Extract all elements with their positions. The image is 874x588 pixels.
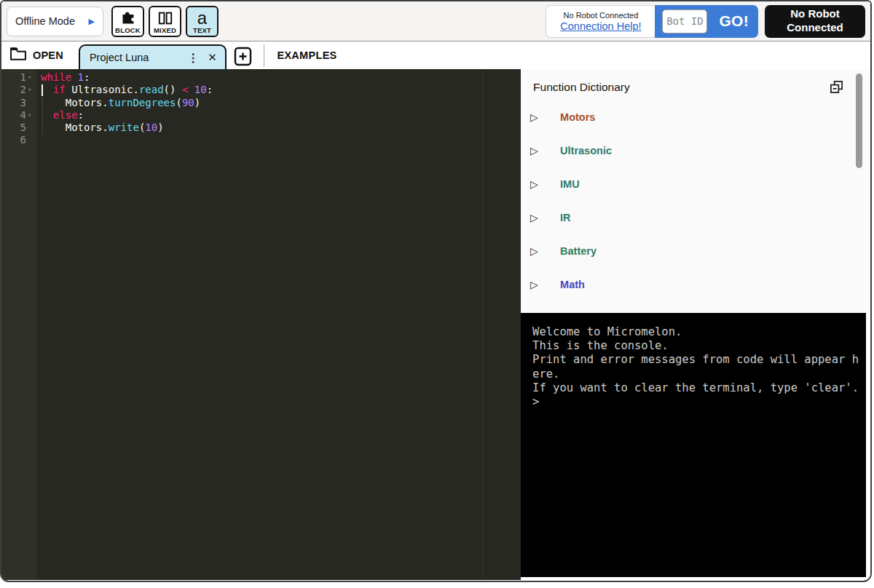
dict-item-label: Math <box>560 279 585 290</box>
top-toolbar: Offline Mode ▶ BLOCK MIXED a TEXT No Rob… <box>1 1 870 41</box>
block-mode-button[interactable]: BLOCK <box>111 6 144 37</box>
connection-help-link[interactable]: Connection Help! <box>560 20 641 32</box>
fold-arrow-icon[interactable]: ▾ <box>26 109 36 122</box>
text-cursor <box>42 84 43 96</box>
go-button[interactable]: GO! <box>719 12 749 30</box>
robot-status-badge: No Robot Connected <box>765 5 865 38</box>
editor-gutter[interactable]: 1▾2▾34▾56 <box>1 69 36 580</box>
project-tab[interactable]: Project Luna ⋮ ✕ <box>79 44 227 69</box>
expand-triangle-icon[interactable]: ▷ <box>530 111 560 123</box>
dict-item-label: Motors <box>560 111 595 123</box>
code-line[interactable] <box>41 134 521 146</box>
gutter-line[interactable]: 6 <box>1 134 36 146</box>
tab-menu-icon[interactable]: ⋮ <box>182 51 204 65</box>
main-content: 1▾2▾34▾56 while 1: if Ultrasonic.read() … <box>1 69 870 580</box>
gutter-line[interactable]: 1▾ <box>1 71 36 84</box>
code-editor[interactable]: 1▾2▾34▾56 while 1: if Ultrasonic.read() … <box>1 69 521 580</box>
expand-triangle-icon[interactable]: ▷ <box>530 212 560 223</box>
console-line: Print and error messages from code will … <box>532 353 859 367</box>
dict-item-battery[interactable]: ▷Battery <box>521 234 870 268</box>
connection-status-text: No Robot Connected <box>564 11 639 20</box>
dict-item-label: Ultrasonic <box>560 145 612 156</box>
project-tab-title: Project Luna <box>90 52 182 63</box>
dict-item-label: IR <box>560 212 571 223</box>
function-dictionary-title: Function Dictionary <box>533 81 630 94</box>
code-line[interactable]: if Ultrasonic.read() < 10: <box>41 84 521 96</box>
dict-item-label: Robot <box>560 312 591 313</box>
console-terminal[interactable]: Welcome to Micromelon.This is the consol… <box>521 313 866 577</box>
bot-id-input[interactable] <box>662 9 707 33</box>
gutter-line[interactable]: 2▾ <box>1 84 36 96</box>
tab-bar: OPEN Project Luna ⋮ ✕ EXAMPLES <box>1 41 870 69</box>
popout-window-icon[interactable] <box>830 80 843 94</box>
gutter-line[interactable]: 3 <box>1 97 36 109</box>
app-window: Offline Mode ▶ BLOCK MIXED a TEXT No Rob… <box>0 0 872 582</box>
print-margin-line <box>482 69 483 580</box>
mixed-mode-label: MIXED <box>154 26 176 34</box>
puzzle-icon <box>121 10 135 26</box>
fold-arrow-icon[interactable]: ▾ <box>26 71 36 84</box>
code-line[interactable]: Motors.write(10) <box>41 122 521 134</box>
connect-group: GO! <box>655 5 758 38</box>
dict-item-label: Battery <box>560 245 597 257</box>
open-label: OPEN <box>33 49 63 61</box>
dict-item-math[interactable]: ▷Math <box>521 268 870 301</box>
mixed-mode-button[interactable]: MIXED <box>149 6 181 37</box>
tab-close-icon[interactable]: ✕ <box>204 51 221 64</box>
text-mode-label: TEXT <box>193 26 211 34</box>
expand-triangle-icon[interactable]: ▷ <box>530 312 560 313</box>
gutter-line[interactable]: 5 <box>1 122 36 134</box>
function-dictionary-list: ▷Motors▷Ultrasonic▷IMU▷IR▷Battery▷Math▷R… <box>521 100 870 313</box>
indent-guide <box>42 97 43 135</box>
dict-item-robot[interactable]: ▷Robot <box>521 301 870 313</box>
toolbar-divider <box>264 44 265 67</box>
console-line: ere. <box>532 368 859 381</box>
examples-button[interactable]: EXAMPLES <box>277 49 336 61</box>
dictionary-scrollbar[interactable] <box>856 74 862 168</box>
code-line[interactable]: Motors.turnDegrees(90) <box>41 97 521 109</box>
text-a-icon: a <box>197 10 207 26</box>
expand-triangle-icon[interactable]: ▷ <box>530 145 560 156</box>
new-file-icon <box>233 46 253 67</box>
fold-arrow-icon[interactable]: ▾ <box>26 84 36 96</box>
text-mode-button[interactable]: a TEXT <box>186 6 219 37</box>
folder-icon <box>9 47 27 63</box>
offline-mode-label: Offline Mode <box>15 15 75 27</box>
code-line[interactable]: while 1: <box>41 71 521 84</box>
expand-triangle-icon[interactable]: ▷ <box>530 279 560 290</box>
dict-item-motors[interactable]: ▷Motors <box>521 100 870 134</box>
offline-mode-select[interactable]: Offline Mode ▶ <box>7 7 103 36</box>
right-panel: Function Dictionary ▷Motors▷Ultrasonic▷I… <box>521 69 870 580</box>
editor-code[interactable]: while 1: if Ultrasonic.read() < 10: Moto… <box>36 69 521 580</box>
function-dictionary-panel: Function Dictionary ▷Motors▷Ultrasonic▷I… <box>521 69 870 313</box>
console-line: > <box>532 395 859 409</box>
dict-item-label: IMU <box>560 178 580 190</box>
dict-item-ir[interactable]: ▷IR <box>521 201 870 234</box>
console-line: If you want to clear the terminal, type … <box>532 381 859 395</box>
dict-item-imu[interactable]: ▷IMU <box>521 167 870 201</box>
dict-item-ultrasonic[interactable]: ▷Ultrasonic <box>521 134 870 167</box>
open-button[interactable]: OPEN <box>9 47 63 63</box>
code-line[interactable]: else: <box>41 109 521 122</box>
connection-panel: No Robot Connected Connection Help! <box>546 5 655 38</box>
expand-triangle-icon[interactable]: ▷ <box>530 178 560 190</box>
mixed-blocks-icon <box>158 10 173 26</box>
block-mode-label: BLOCK <box>115 26 141 34</box>
console-line: Welcome to Micromelon. <box>532 325 859 339</box>
new-file-button[interactable] <box>233 46 253 67</box>
expand-arrow-icon: ▶ <box>89 17 95 26</box>
expand-triangle-icon[interactable]: ▷ <box>530 245 560 257</box>
console-output: Welcome to Micromelon.This is the consol… <box>532 325 859 409</box>
console-line: This is the console. <box>532 339 859 353</box>
gutter-line[interactable]: 4▾ <box>1 109 36 122</box>
